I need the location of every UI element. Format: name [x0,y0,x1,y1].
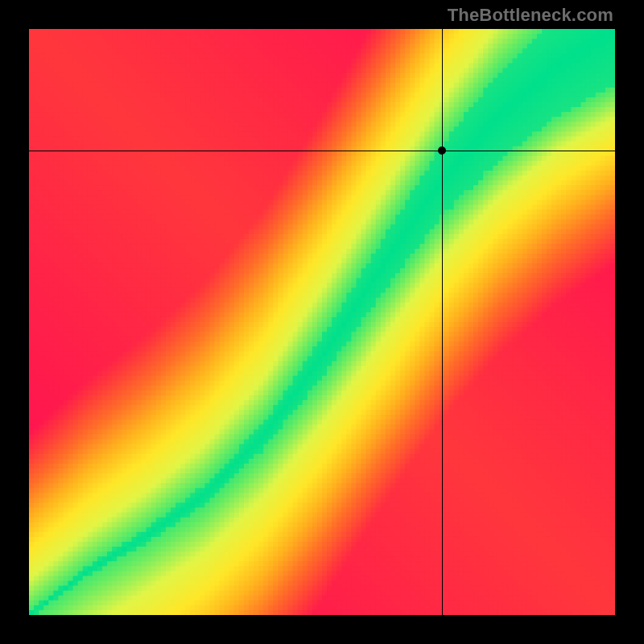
crosshair-horizontal [29,151,615,151]
watermark-text: TheBottleneck.com [448,5,613,26]
plot-area [29,29,615,615]
chart-frame: TheBottleneck.com [0,0,644,644]
heatmap-canvas [29,29,615,615]
crosshair-vertical [442,29,443,615]
